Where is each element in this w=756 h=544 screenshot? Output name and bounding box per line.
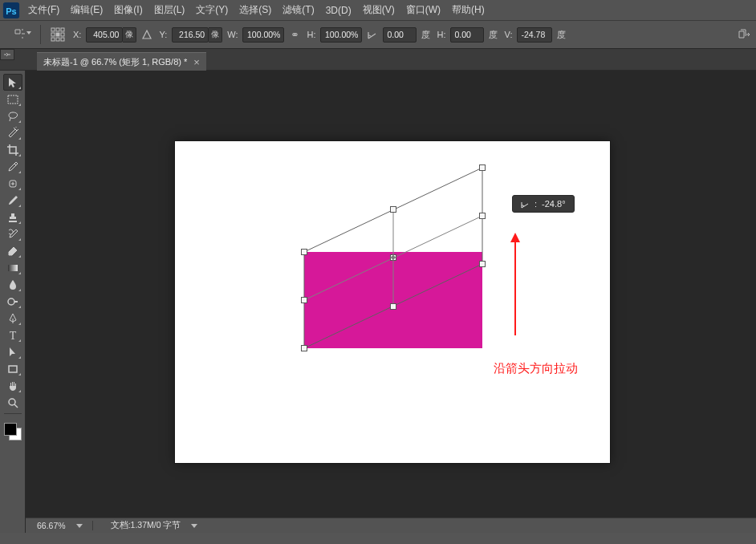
foreground-color-swatch[interactable]	[4, 423, 17, 436]
x-label: X:	[71, 30, 83, 39]
close-icon[interactable]: ×	[193, 57, 200, 67]
blur-tool[interactable]	[3, 276, 22, 293]
transform-bbox	[175, 141, 610, 463]
y-label: Y:	[157, 30, 169, 39]
menu-view[interactable]: 视图(V)	[357, 0, 400, 20]
lasso-tool[interactable]	[3, 108, 22, 124]
menu-help[interactable]: 帮助(H)	[446, 0, 490, 20]
transform-handle[interactable]	[479, 261, 486, 267]
transform-handle[interactable]	[479, 213, 486, 219]
rectangle-tool[interactable]	[3, 360, 22, 377]
y-unit: 像	[209, 27, 222, 43]
transform-handle[interactable]	[301, 345, 307, 351]
menu-image[interactable]: 图像(I)	[108, 0, 148, 20]
x-field[interactable]	[86, 27, 123, 43]
w-field[interactable]	[242, 27, 284, 43]
svg-rect-16	[9, 366, 17, 372]
pen-tool[interactable]	[3, 310, 22, 327]
svg-rect-8	[51, 38, 55, 41]
status-zoom[interactable]: 66.67%	[26, 521, 74, 530]
hskew-label: H:	[435, 30, 447, 39]
menu-select[interactable]: 选择(S)	[234, 0, 277, 20]
menu-file[interactable]: 文件(F)	[22, 0, 65, 20]
link-icon[interactable]: ⚭	[287, 24, 302, 45]
type-tool[interactable]: T	[3, 327, 22, 343]
w-label: W:	[226, 30, 239, 39]
svg-rect-4	[61, 28, 64, 31]
svg-rect-2	[51, 28, 55, 31]
h-label: H:	[305, 30, 317, 39]
healing-tool[interactable]	[3, 175, 22, 192]
hskew-field[interactable]	[450, 27, 484, 43]
rotation-field[interactable]	[383, 27, 417, 43]
stamp-tool[interactable]	[3, 209, 22, 225]
transform-handle[interactable]	[390, 303, 396, 310]
panel-expand-button[interactable]	[0, 49, 14, 60]
menu-type[interactable]: 文字(Y)	[190, 0, 234, 20]
main-area: T ✦	[0, 71, 756, 533]
document-tab-title: 未标题-1 @ 66.7% (矩形 1, RGB/8) *	[43, 56, 187, 68]
vskew-label: V:	[502, 30, 514, 39]
angle-icon	[521, 200, 530, 209]
move-tool[interactable]	[3, 74, 22, 91]
delta-icon[interactable]	[140, 24, 154, 45]
hand-tool[interactable]	[3, 377, 22, 394]
transform-mode-icon[interactable]	[13, 24, 34, 45]
chevron-down-icon[interactable]	[76, 524, 83, 528]
app-logo: Ps	[0, 0, 22, 21]
svg-rect-3	[56, 28, 59, 31]
status-doc-info[interactable]: 文档:1.37M/0 字节	[103, 520, 189, 531]
svg-point-14	[8, 298, 14, 305]
wand-tool[interactable]	[3, 124, 22, 141]
chevron-down-icon[interactable]	[191, 524, 197, 528]
marquee-tool[interactable]	[3, 91, 22, 108]
vskew-field[interactable]	[517, 27, 552, 43]
y-field[interactable]	[172, 27, 209, 43]
toolbox: T	[0, 71, 26, 533]
transform-handle[interactable]	[301, 249, 307, 255]
menu-filter[interactable]: 滤镜(T)	[277, 0, 319, 20]
dodge-tool[interactable]	[3, 293, 22, 310]
transform-center-icon[interactable]: ✦	[388, 252, 399, 263]
menu-bar: Ps 文件(F) 编辑(E) 图像(I) 图层(L) 文字(Y) 选择(S) 滤…	[0, 0, 756, 21]
svg-rect-11	[8, 95, 18, 104]
options-bar: X: 像 Y: 像 W: ⚭ H: 度 H: 度 V: 度	[0, 21, 756, 49]
brush-tool[interactable]	[3, 192, 22, 209]
svg-rect-5	[51, 33, 55, 36]
eyedropper-tool[interactable]	[3, 158, 22, 175]
document-tab-strip: 未标题-1 @ 66.7% (矩形 1, RGB/8) * ×	[0, 49, 756, 71]
path-selection-tool[interactable]	[3, 343, 22, 360]
svg-rect-10	[61, 38, 64, 41]
transform-handle[interactable]	[301, 297, 307, 303]
vskew-unit: 度	[555, 29, 567, 41]
reference-point-icon[interactable]	[47, 24, 68, 45]
svg-text:Ps: Ps	[6, 6, 16, 15]
workspace[interactable]: ✦ : -24.8° 沿箭头方向拉动	[26, 71, 756, 533]
options-overflow-icon[interactable]	[737, 27, 751, 43]
hskew-unit: 度	[487, 29, 499, 41]
svg-text:T: T	[9, 330, 16, 342]
h-field[interactable]	[320, 27, 362, 43]
annotation-text: 沿箭头方向拉动	[494, 361, 578, 376]
gradient-tool[interactable]	[3, 259, 22, 276]
rot-unit: 度	[420, 29, 432, 41]
angle-tooltip: : -24.8°	[512, 195, 575, 213]
menu-edit[interactable]: 编辑(E)	[65, 0, 108, 20]
zoom-tool[interactable]	[3, 394, 22, 411]
svg-rect-13	[8, 265, 18, 271]
crop-tool[interactable]	[3, 141, 22, 158]
menu-window[interactable]: 窗口(W)	[400, 0, 446, 20]
transform-handle[interactable]	[390, 206, 396, 213]
menu-3d[interactable]: 3D(D)	[320, 0, 357, 20]
eraser-tool[interactable]	[3, 242, 22, 259]
history-brush-tool[interactable]	[3, 225, 22, 242]
canvas[interactable]: ✦ : -24.8° 沿箭头方向拉动	[175, 141, 610, 463]
document-tab[interactable]: 未标题-1 @ 66.7% (矩形 1, RGB/8) * ×	[37, 52, 206, 71]
svg-rect-9	[56, 38, 59, 41]
angle-tooltip-value: -24.8°	[542, 199, 565, 209]
svg-point-17	[9, 399, 15, 405]
menu-layer[interactable]: 图层(L)	[148, 0, 191, 20]
transform-handle[interactable]	[479, 164, 486, 171]
color-swatches[interactable]	[2, 421, 23, 442]
status-bar: 66.67% 文档:1.37M/0 字节	[26, 518, 756, 533]
